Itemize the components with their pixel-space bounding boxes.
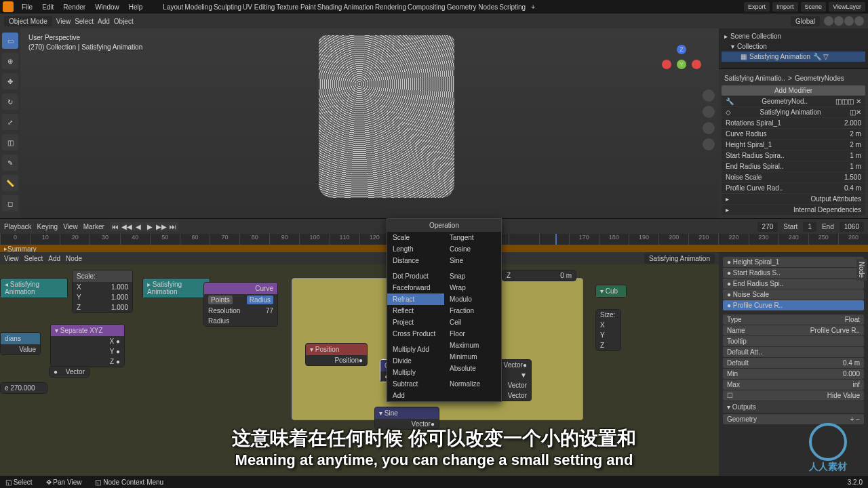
separate-xyz-node[interactable]: ▾ Separate XYZ X ● Y ● Z ● — [50, 324, 125, 367]
tooltip-field[interactable]: Tooltip — [723, 336, 864, 346]
move-tool-icon[interactable]: ✥ — [2, 73, 18, 89]
op-item[interactable]: Cross Product — [387, 328, 444, 340]
axis-gizmo[interactable]: Z Y — [662, 45, 703, 85]
default-attr[interactable]: Default Att.. — [723, 347, 864, 357]
max-field[interactable]: Maxinf — [723, 380, 864, 390]
ws-uv[interactable]: UV Editing — [243, 3, 275, 11]
op-item[interactable]: Maximum — [444, 340, 501, 351]
play-rev-icon[interactable]: ◀ — [133, 222, 144, 231]
prev-key-icon[interactable]: ◀◀ — [121, 222, 132, 231]
op-item[interactable]: Multiply Add — [387, 344, 444, 355]
play-icon[interactable]: ▶ — [144, 222, 155, 231]
persp-icon[interactable] — [703, 138, 715, 150]
op-item[interactable]: Absolute — [444, 363, 501, 374]
3d-viewport[interactable]: User Perspective (270) Collection | Sati… — [20, 28, 719, 218]
op-item[interactable]: Refract — [387, 293, 444, 305]
ws-modeling[interactable]: Modeling — [184, 3, 212, 11]
menu-file[interactable]: File — [18, 2, 37, 12]
vp-view[interactable]: View — [56, 18, 71, 25]
op-item[interactable]: Normalize — [444, 378, 501, 390]
operation-dropdown[interactable]: Operation ScaleLengthDistance Dot Produc… — [387, 218, 502, 402]
ws-shading[interactable]: Shading — [317, 3, 342, 11]
combine-z-node[interactable]: Z0 m — [502, 270, 576, 281]
vp-select[interactable]: Select — [75, 18, 94, 25]
op-item[interactable]: Scale — [387, 232, 444, 243]
op-item[interactable]: Multiply — [387, 367, 444, 378]
ws-anim[interactable]: Animation — [343, 3, 373, 11]
modifier-input[interactable]: Rotations Spiral_12.000 — [722, 118, 865, 128]
op-item[interactable]: Faceforward — [387, 282, 444, 293]
annotate-tool-icon[interactable]: ✎ — [2, 155, 18, 171]
op-item[interactable]: Reflect — [387, 305, 444, 317]
op-item[interactable]: Cosine — [444, 243, 501, 255]
camera-icon[interactable] — [703, 122, 715, 134]
outliner-scene[interactable]: ▸ Scene Collection — [722, 31, 865, 41]
hide-value[interactable]: ☐Hide Value — [723, 390, 864, 401]
current-frame[interactable]: 270 — [757, 222, 778, 232]
ws-layout[interactable]: Layout — [163, 3, 183, 11]
to-radians-node[interactable]: dians Value — [0, 332, 41, 355]
ne-add[interactable]: Add — [48, 255, 60, 262]
orientation-selector[interactable]: Global — [791, 16, 820, 26]
ws-script[interactable]: Scripting — [499, 3, 526, 11]
export-button[interactable]: Export — [744, 2, 770, 12]
sidebar-input[interactable]: ● Noise Scale — [723, 289, 864, 300]
next-key-icon[interactable]: ▶▶ — [156, 222, 167, 231]
op-item[interactable]: Project — [387, 317, 444, 328]
name-field[interactable]: NameProfile Curve R.. — [723, 325, 864, 336]
ne-node[interactable]: Node — [66, 255, 82, 262]
axis-x-icon[interactable] — [662, 60, 671, 69]
scale-node[interactable]: Scale: X1.000 Y1.000 Z1.000 — [72, 270, 133, 313]
op-item[interactable]: Distance — [387, 255, 444, 266]
ws-sculpting[interactable]: Sculpting — [214, 3, 241, 11]
op-item[interactable]: Length — [387, 243, 444, 255]
transform-tool-icon[interactable]: ◫ — [2, 134, 18, 150]
op-item[interactable]: Snap — [444, 270, 501, 282]
op-item[interactable]: Divide — [387, 355, 444, 367]
outliner-object[interactable]: ▦ Satisfying Animation 🔧 ▽ — [722, 52, 865, 62]
playhead[interactable] — [555, 234, 557, 245]
sidebar-input[interactable]: ● Start Radius S.. — [723, 268, 864, 278]
ws-comp[interactable]: Compositing — [408, 3, 446, 11]
tl-playback[interactable]: Playback — [4, 223, 32, 230]
start-frame[interactable]: 1 — [803, 222, 816, 232]
modifier-input[interactable]: End Radius Spiral..1 m — [722, 161, 865, 171]
min-field[interactable]: Min0.000 — [723, 369, 864, 379]
modifier-name[interactable]: 🔧GeometryNod..◫◫◫ ✕ — [722, 96, 865, 106]
sidebar-input[interactable]: ● Height Spiral_1 — [723, 257, 864, 267]
default-field[interactable]: Default0.4 m — [723, 358, 864, 368]
op-item[interactable]: Tangent — [444, 232, 501, 243]
type-field[interactable]: TypeFloat — [723, 314, 864, 325]
position-node[interactable]: ▾ Position Position ● — [305, 343, 368, 366]
menu-render[interactable]: Render — [59, 2, 90, 12]
measure-tool-icon[interactable]: 📏 — [2, 175, 18, 191]
op-item[interactable]: Wrap — [444, 282, 501, 293]
outputs-header[interactable]: ▾ Outputs — [723, 401, 864, 413]
select-tool-icon[interactable]: ▭ — [2, 33, 18, 49]
vp-object[interactable]: Object — [114, 18, 134, 25]
import-button[interactable]: Import — [772, 2, 798, 12]
outliner-collection[interactable]: ▾ Collection — [722, 41, 865, 52]
viewlayer-selector[interactable]: ViewLayer — [829, 2, 865, 12]
ne-view[interactable]: View — [4, 255, 19, 262]
group-output-node[interactable]: ▸ Satisfying Animation — [142, 278, 210, 298]
end-frame[interactable]: 1060 — [840, 222, 864, 232]
jump-end-icon[interactable]: ⏭ — [167, 222, 178, 231]
cube-node[interactable]: ▾ Cub — [595, 285, 627, 298]
ws-texture[interactable]: Texture Paint — [276, 3, 315, 11]
mode-selector[interactable]: Object Mode — [4, 16, 52, 26]
axis-y-icon[interactable]: Y — [677, 60, 686, 69]
tl-keying[interactable]: Keying — [37, 223, 58, 230]
modifier-input[interactable]: Start Radius Spira..1 m — [722, 150, 865, 161]
add-workspace-icon[interactable]: + — [527, 2, 539, 12]
jump-start-icon[interactable]: ⏮ — [110, 222, 121, 231]
nodegroup-name[interactable]: ◇Satisfying Animation◫✕ — [722, 107, 865, 117]
sidebar-input[interactable]: ● Profile Curve R.. — [723, 300, 864, 310]
menu-help[interactable]: Help — [125, 2, 147, 12]
modifier-input[interactable]: Profile Curve Rad..0.4 m — [722, 183, 865, 193]
addcube-tool-icon[interactable]: ◻ — [2, 195, 18, 211]
modifier-input[interactable]: Curve Radius2 m — [722, 129, 865, 139]
pan-icon[interactable] — [703, 106, 715, 118]
frame-value[interactable]: e 270.000 — [0, 382, 47, 394]
op-item[interactable]: Minimum — [444, 351, 501, 363]
